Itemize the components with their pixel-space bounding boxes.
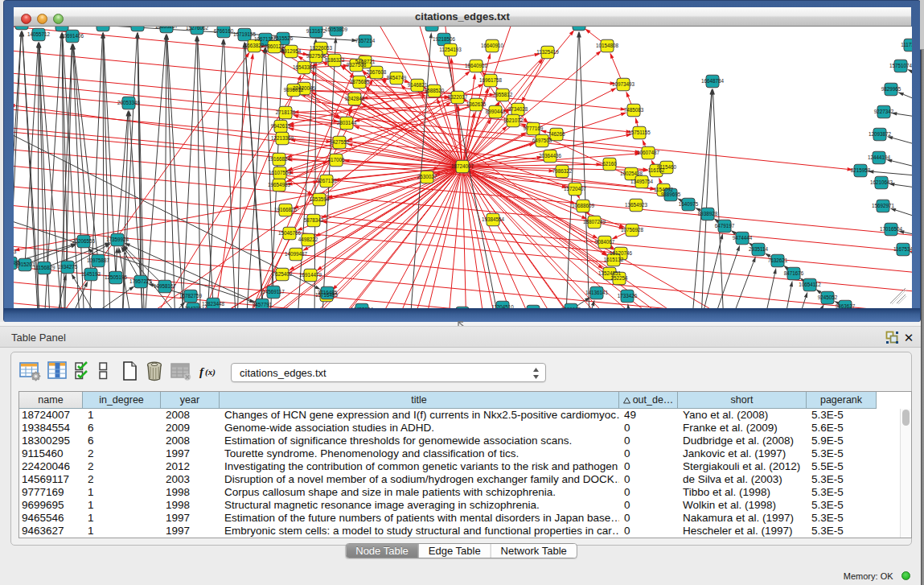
- cell: 1: [83, 512, 161, 525]
- cell: Investigating the contribution of common…: [220, 460, 619, 473]
- svg-text:10025438: 10025438: [620, 171, 643, 176]
- cell: 1: [83, 499, 161, 512]
- svg-text:12213369: 12213369: [271, 135, 294, 141]
- table-settings-icon[interactable]: [19, 360, 41, 385]
- table-scrollbar-thumb[interactable]: [902, 410, 910, 426]
- svg-text:2367608: 2367608: [367, 69, 387, 75]
- svg-text:9827506: 9827506: [306, 53, 326, 59]
- table-row[interactable]: 1456911722003Disruption of a novel membe…: [19, 473, 901, 486]
- column-header-pagerank[interactable]: pagerank: [807, 392, 877, 409]
- cell: 0: [619, 435, 678, 447]
- cell: 5.3E-5: [807, 512, 877, 525]
- table-row[interactable]: 911546021997Tourette syndrome. Phenomeno…: [19, 447, 901, 460]
- cell: 5.9E-5: [807, 435, 877, 447]
- svg-text:12093872: 12093872: [869, 131, 892, 137]
- svg-text:21691406: 21691406: [92, 27, 115, 27]
- svg-text:12043217: 12043217: [182, 306, 205, 308]
- create-column-icon[interactable]: [115, 360, 138, 385]
- column-header-year[interactable]: year: [161, 392, 220, 409]
- table-row[interactable]: 969969511998Structural magnetic resonanc…: [19, 499, 901, 512]
- network-window-title: citations_edges.txt: [14, 10, 911, 23]
- close-panel-icon[interactable]: ✕: [902, 331, 915, 344]
- svg-text:19384554: 19384554: [482, 216, 505, 222]
- cell: 9699695: [19, 499, 83, 512]
- network-canvas[interactable]: 1216439814055712176849812069140621691406…: [14, 27, 912, 308]
- table-row[interactable]: 946362711997Embryonic stem cells: a mode…: [19, 525, 901, 538]
- table-row[interactable]: 1830029562008Estimation of significance …: [19, 435, 901, 447]
- svg-text:17684981: 17684981: [51, 27, 74, 27]
- svg-text:252254: 252254: [610, 275, 628, 281]
- svg-text:15692971: 15692971: [872, 203, 895, 208]
- table-row[interactable]: 2242004622012Investigating the contribut…: [19, 460, 901, 473]
- svg-text:18807249: 18807249: [583, 219, 606, 225]
- cell: 2008: [161, 435, 220, 447]
- cell: 6: [83, 435, 161, 447]
- svg-text:8990443: 8990443: [486, 109, 506, 114]
- cell: 2: [83, 460, 161, 473]
- column-header-in_degree[interactable]: in_degree: [83, 392, 161, 409]
- select-all-icon[interactable]: [74, 360, 92, 385]
- svg-text:16053809: 16053809: [325, 27, 348, 32]
- table-select-combo[interactable]: citations_edges.txt: [231, 363, 546, 382]
- float-window-icon[interactable]: [885, 331, 899, 344]
- cell: 22420046: [19, 460, 83, 473]
- deselect-all-icon[interactable]: [98, 360, 109, 385]
- svg-text:12505195: 12505195: [105, 274, 128, 280]
- svg-text:8322037: 8322037: [448, 94, 468, 100]
- cell: 1998: [161, 499, 220, 512]
- svg-text:16782759: 16782759: [179, 293, 203, 299]
- svg-text:16120746: 16120746: [610, 250, 633, 256]
- svg-text:2530027: 2530027: [417, 174, 437, 179]
- cell: 0: [619, 460, 678, 473]
- delete-table-disabled-icon[interactable]: [170, 360, 191, 385]
- svg-text:11156829: 11156829: [33, 265, 55, 270]
- svg-text:7625402: 7625402: [273, 271, 293, 277]
- table-tabs: Node TableEdge TableNetwork Table: [345, 543, 577, 558]
- table-row[interactable]: 977716911998Corpus callosum shape and si…: [19, 486, 901, 499]
- svg-text:8912954: 8912954: [281, 48, 302, 54]
- table-row[interactable]: 946554611997Estimation of the future num…: [19, 512, 901, 525]
- tab-network-table[interactable]: Network Table: [491, 544, 577, 558]
- function-builder-icon[interactable]: f(x): [198, 360, 220, 385]
- network-window-titlebar[interactable]: citations_edges.txt: [14, 7, 911, 27]
- cell: 49: [619, 409, 678, 422]
- column-header-short[interactable]: short: [678, 392, 807, 409]
- cell: Tibbo et al. (1998): [678, 486, 807, 499]
- svg-text:9227342: 9227342: [874, 109, 894, 114]
- table-row[interactable]: 1938455462009Genome-wide association stu…: [19, 422, 901, 435]
- cell: 9463627: [19, 525, 83, 538]
- svg-text:6766160: 6766160: [214, 28, 234, 34]
- svg-text:15751155: 15751155: [628, 130, 651, 135]
- svg-text:15751074: 15751074: [889, 63, 912, 68]
- svg-text:12444194: 12444194: [868, 154, 891, 160]
- memory-status-icon[interactable]: [901, 571, 910, 580]
- cell: Genome-wide association studies in ADHD.: [220, 422, 619, 435]
- svg-text:20364436: 20364436: [539, 153, 562, 159]
- svg-text:10975887: 10975887: [87, 257, 110, 263]
- cell: Embryonic stem cells: a model to study s…: [220, 525, 619, 538]
- tab-node-table[interactable]: Node Table: [346, 544, 419, 558]
- tab-edge-table[interactable]: Edge Table: [419, 544, 491, 558]
- cell: Jankovic et al. (1997): [678, 447, 807, 460]
- cell: 9777169: [19, 486, 83, 499]
- svg-text:8938928: 8938928: [698, 211, 718, 216]
- svg-text:9084067: 9084067: [595, 239, 615, 245]
- table-scrollbar[interactable]: [900, 409, 911, 538]
- svg-text:15720407: 15720407: [564, 186, 587, 192]
- svg-text:20691406: 20691406: [61, 33, 84, 39]
- svg-text:f: f: [199, 365, 205, 378]
- svg-text:9889695: 9889695: [661, 192, 681, 197]
- svg-text:7955812: 7955812: [493, 92, 513, 97]
- column-header-out_de[interactable]: out_de…: [619, 392, 678, 409]
- table-header-row: namein_degreeyeartitleout_de…shortpagera…: [19, 392, 901, 409]
- delete-column-icon[interactable]: [145, 360, 164, 385]
- column-header-title[interactable]: title: [220, 392, 619, 409]
- select-columns-icon[interactable]: [47, 360, 68, 385]
- cell: 1: [83, 486, 161, 499]
- cell: 14569117: [19, 473, 83, 486]
- network-graph: 1216439814055712176849812069140621691406…: [14, 27, 912, 308]
- svg-text:19166824: 19166824: [268, 156, 291, 162]
- table-row[interactable]: 1872400712008Changes of HCN gene express…: [19, 409, 901, 422]
- svg-text:3267130: 3267130: [317, 178, 337, 183]
- column-header-name[interactable]: name: [19, 392, 83, 409]
